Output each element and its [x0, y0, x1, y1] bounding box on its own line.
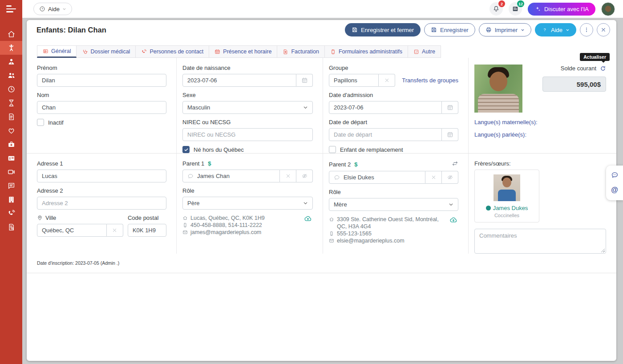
- sidebar-item-parents[interactable]: [0, 69, 22, 82]
- ville-input[interactable]: [37, 224, 107, 237]
- house-icon: [329, 217, 334, 222]
- tab-dossier-medical[interactable]: Dossier médical: [77, 45, 136, 58]
- sidebar-item-medical[interactable]: [0, 138, 22, 151]
- depart-label: Date de départ: [329, 119, 458, 125]
- record-tabs: Général Dossier médical Personnes de con…: [37, 45, 606, 58]
- sibling-name-link[interactable]: James Dukes: [486, 205, 528, 211]
- parent1-label: Parent 1: [182, 160, 204, 167]
- sidebar-item-id-cards[interactable]: [0, 151, 22, 165]
- chat-ai-button[interactable]: Discuter avec l'IA: [528, 3, 595, 16]
- clear-groupe-button[interactable]: [379, 74, 395, 87]
- mention-email-button[interactable]: @: [611, 186, 618, 194]
- clear-parent1-button[interactable]: [280, 170, 296, 182]
- sidebar-item-staff[interactable]: [0, 55, 22, 69]
- tab-label: Autre: [422, 49, 435, 55]
- calendar-icon-button[interactable]: [442, 101, 458, 114]
- more-options-button[interactable]: [580, 23, 593, 36]
- dob-input[interactable]: [182, 74, 296, 87]
- inactif-checkbox[interactable]: Inactif: [37, 119, 166, 126]
- notifications-button[interactable]: 2: [490, 2, 503, 16]
- parent2-phone: 555-123-1565: [337, 230, 372, 237]
- help-label: Aide: [551, 27, 562, 33]
- print-button[interactable]: Imprimer: [479, 23, 531, 36]
- tab-facturation[interactable]: Facturation: [277, 45, 325, 58]
- parent1-role-select[interactable]: Père: [182, 197, 313, 210]
- sidebar-item-calls[interactable]: [0, 206, 22, 220]
- sibling-photo[interactable]: [494, 174, 520, 201]
- transferts-groupes-link[interactable]: Transferts de groupes: [402, 77, 458, 84]
- nom-input[interactable]: [37, 101, 166, 114]
- ne-hors-quebec-checkbox[interactable]: Né hors du Québec: [182, 146, 313, 153]
- comment-bubble-icon: [187, 173, 194, 179]
- sidebar-item-waitlist[interactable]: [0, 96, 22, 110]
- checkbox-box[interactable]: [329, 146, 336, 153]
- code-postal-input[interactable]: [128, 224, 166, 237]
- calendar-icon-button[interactable]: [442, 128, 458, 141]
- calendar-icon-button[interactable]: [296, 74, 313, 87]
- chevron-down-icon: [303, 201, 308, 206]
- sidebar-item-hours[interactable]: [0, 82, 22, 96]
- langue-parlee-link[interactable]: Langue(s) parlée(s):: [474, 131, 606, 138]
- admission-input[interactable]: [329, 101, 442, 114]
- help-button[interactable]: ? Aide: [535, 23, 576, 36]
- close-window-button[interactable]: [597, 23, 610, 36]
- checkbox-box[interactable]: [37, 119, 44, 126]
- checkbox-box[interactable]: [182, 146, 190, 153]
- tab-personnes-de-contact[interactable]: Personnes de contact: [136, 45, 209, 58]
- sexe-select[interactable]: Masculin: [182, 101, 313, 114]
- sidebar-item-children[interactable]: [0, 41, 22, 55]
- x-clear-icon: [285, 173, 291, 179]
- groupe-input[interactable]: [329, 74, 379, 87]
- sidebar-item-messages[interactable]: [0, 179, 22, 193]
- tab-formulaires-administratifs[interactable]: Formulaires administratifs: [325, 45, 408, 58]
- parent2-upload-button[interactable]: [449, 216, 457, 225]
- clear-ville-button[interactable]: [107, 224, 123, 237]
- sibling-name: James Dukes: [493, 205, 528, 211]
- child-photo[interactable]: [474, 65, 522, 113]
- sidebar-item-facility[interactable]: [0, 193, 22, 206]
- parent1-role-value: Père: [187, 200, 199, 206]
- clear-parent2-button[interactable]: [425, 171, 442, 184]
- hide-parent2-button[interactable]: [442, 171, 458, 184]
- tab-presence-horaire[interactable]: Présence et horaire: [209, 45, 277, 58]
- hide-parent1-button[interactable]: [296, 170, 313, 182]
- nirec-input[interactable]: [182, 128, 313, 141]
- parent1-upload-button[interactable]: [304, 214, 312, 224]
- sidebar-item-video[interactable]: [0, 165, 22, 179]
- parent2-name-input[interactable]: Elsie Dukes: [329, 171, 425, 184]
- payer-dollar-icon[interactable]: $: [354, 161, 357, 168]
- topbar-help-label: Aide: [48, 6, 60, 12]
- sidebar-item-home[interactable]: [0, 27, 22, 41]
- enfant-remplacement-checkbox[interactable]: Enfant de remplacement: [329, 146, 458, 153]
- payer-dollar-icon[interactable]: $: [208, 160, 211, 167]
- prenom-input[interactable]: [37, 74, 166, 87]
- internal-chat-button[interactable]: [611, 171, 619, 179]
- tab-autre[interactable]: Autre: [408, 45, 441, 58]
- bell-icon: [493, 5, 500, 12]
- medical-kit-icon: [7, 140, 16, 149]
- depart-input[interactable]: [329, 128, 442, 141]
- refresh-balance-button[interactable]: [600, 65, 606, 72]
- adresse2-input[interactable]: [37, 197, 166, 210]
- sidebar-item-reports[interactable]: [0, 220, 22, 234]
- notifications-badge: 2: [498, 0, 505, 7]
- topbar-help-button[interactable]: ? Aide: [33, 3, 72, 15]
- adresse1-input[interactable]: [37, 170, 166, 182]
- sidebar-item-health[interactable]: [0, 124, 22, 138]
- save-button[interactable]: Enregistrer: [424, 23, 475, 36]
- x-clear-icon: [384, 77, 390, 84]
- parent1-name: James Chan: [197, 173, 230, 179]
- sidebar-item-invoices[interactable]: [0, 110, 22, 124]
- parent1-name-input[interactable]: James Chan: [182, 170, 280, 182]
- save-close-button[interactable]: Enregistrer et fermer: [345, 23, 421, 36]
- svg-text:?: ?: [41, 8, 43, 10]
- billing-alerts-button[interactable]: 12: [509, 2, 522, 16]
- tab-general[interactable]: Général: [37, 45, 77, 58]
- parent2-address: 3309 Ste. Catherine Ouest Sid, Montréal,…: [337, 216, 444, 230]
- menu-hamburger-button[interactable]: [0, 0, 22, 18]
- user-avatar[interactable]: [601, 2, 615, 16]
- swap-parents-button[interactable]: [452, 160, 458, 168]
- commentaires-textarea[interactable]: [474, 229, 606, 254]
- parent2-role-select[interactable]: Mère: [329, 198, 458, 211]
- langue-maternelle-link[interactable]: Langue(s) maternelle(s):: [474, 119, 606, 125]
